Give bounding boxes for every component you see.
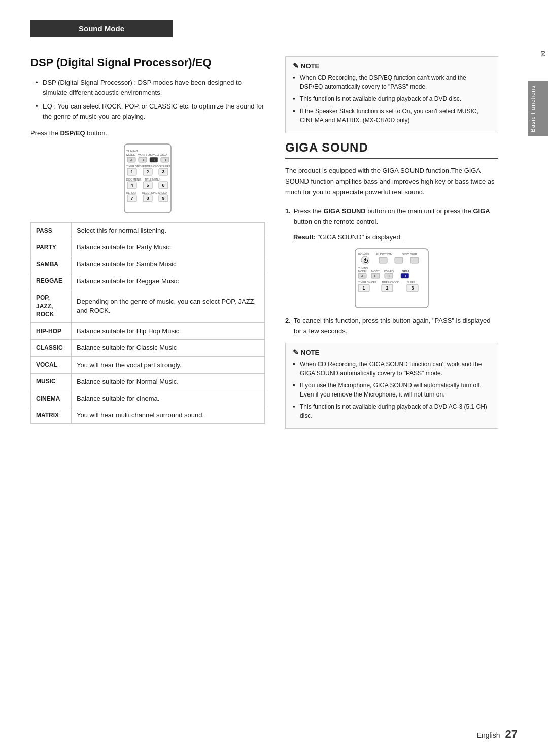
note-icon-left: ✎ [293, 62, 299, 70]
language-label: English [477, 731, 500, 739]
note-box-left: ✎ NOTE When CD Recording, the DSP/EQ fun… [285, 56, 498, 133]
svg-text:FUNCTION: FUNCTION [376, 253, 392, 256]
note-item: If the Speaker Stack function is set to … [293, 106, 491, 125]
remote-illustration: TUNING MODE MO/ST DSP/EQ GIGA A B C D [119, 143, 176, 214]
giga-title: GIGA SOUND [285, 140, 498, 159]
dsp-eq-button-label: DSP/EQ [60, 129, 85, 137]
svg-text:9: 9 [162, 196, 164, 201]
svg-text:SLEEP: SLEEP [407, 281, 416, 284]
svg-text:4: 4 [130, 183, 133, 188]
table-row: PARTYBalance suitable for Party Music [31, 239, 265, 256]
table-row: SAMBABalance suitable for Samba Music [31, 256, 265, 273]
mode-label: VOCAL [31, 356, 72, 373]
svg-text:TUNING: TUNING [126, 150, 138, 153]
press-suffix: button. [85, 129, 107, 137]
svg-text:D: D [403, 274, 406, 278]
right-column: ✎ NOTE When CD Recording, the DSP/EQ fun… [285, 56, 498, 436]
mode-table: PASSSelect this for normal listening.PAR… [30, 222, 265, 424]
mode-label: REGGAE [31, 273, 72, 290]
chapter-label: Basic Functions [528, 81, 548, 136]
note-item: This function is not available during pl… [293, 94, 491, 103]
side-tab: 04 Basic Functions [524, 0, 548, 756]
svg-text:3: 3 [162, 169, 164, 174]
result-text: "GIGA SOUND" is displayed. [318, 233, 402, 241]
note-title-right: ✎ NOTE [293, 348, 491, 356]
svg-text:POWER: POWER [358, 253, 370, 256]
svg-text:MO/ST: MO/ST [371, 270, 380, 273]
mode-description: Select this for normal listening. [72, 223, 265, 239]
svg-text:B: B [142, 158, 144, 162]
sound-mode-heading: Sound Mode [30, 20, 173, 37]
mode-label: HIP-HOP [31, 323, 72, 340]
mode-description: Balance suitable for cinema. [72, 390, 265, 407]
svg-text:6: 6 [162, 183, 164, 188]
dsp-title: DSP (Digital Signal Processor)/EQ [30, 56, 265, 69]
note-list-left: When CD Recording, the DSP/EQ function c… [293, 73, 491, 125]
note-item: When CD Recording, the GIGA SOUND functi… [293, 359, 491, 378]
svg-rect-47 [410, 257, 419, 263]
svg-text:A: A [130, 158, 133, 162]
giga-result: Result: "GIGA SOUND" is displayed. [293, 233, 498, 241]
table-row: VOCALYou will hear the vocal part strong… [31, 356, 265, 373]
svg-rect-46 [395, 257, 403, 263]
mode-label: POP, JAZZ, ROCK [31, 290, 72, 322]
mode-description: You will hear the vocal part strongly. [72, 356, 265, 373]
svg-text:SLEEP: SLEEP [162, 165, 171, 168]
table-row: CINEMABalance suitable for cinema. [31, 390, 265, 407]
svg-text:8: 8 [146, 196, 149, 201]
svg-text:B: B [374, 274, 377, 278]
result-label: Result: [293, 233, 316, 241]
svg-text:DISC SKIP: DISC SKIP [402, 253, 417, 256]
svg-text:DSP/EQ: DSP/EQ [384, 270, 394, 273]
bullet-1: DSP (Digital Signal Processor) : DSP mod… [36, 78, 265, 97]
svg-text:MO/ST: MO/ST [138, 153, 147, 156]
mode-description: Depending on the genre of music, you can… [72, 290, 265, 322]
page-number: 27 [505, 728, 518, 740]
mode-description: Balance suitable for Hip Hop Music [72, 323, 265, 340]
step-1-text: Press the GIGA SOUND button on the main … [294, 206, 498, 226]
mode-label: MUSIC [31, 373, 72, 390]
note-title-left: ✎ NOTE [293, 62, 491, 70]
mode-label: CLASSIC [31, 340, 72, 356]
note-item: When CD Recording, the DSP/EQ function c… [293, 73, 491, 91]
note-box-right: ✎ NOTE When CD Recording, the GIGA SOUND… [285, 343, 498, 429]
svg-text:TIMER/CLOCK: TIMER/CLOCK [382, 281, 399, 284]
mode-description: Balance suitable for Normal Music. [72, 373, 265, 390]
table-row: MATRIXYou will hear multi channel surrou… [31, 407, 265, 424]
svg-text:TIMER ON/OFF: TIMER ON/OFF [358, 281, 376, 284]
mode-label: PASS [31, 223, 72, 239]
giga-desc: The product is equipped with the GIGA SO… [285, 166, 498, 197]
svg-text:TIMER ON/OFF: TIMER ON/OFF [126, 165, 145, 168]
mode-description: Balance suitable for Samba Music [72, 256, 265, 273]
svg-text:TITLE MENU: TITLE MENU [145, 178, 160, 181]
note-list-right: When CD Recording, the GIGA SOUND functi… [293, 359, 491, 420]
svg-text:2: 2 [386, 285, 388, 291]
step-2-text: To cancel this function, press this butt… [294, 316, 498, 336]
giga-step-1: 1. Press the GIGA SOUND button on the ma… [285, 206, 498, 226]
left-column: DSP (Digital Signal Processor)/EQ DSP (D… [30, 56, 265, 436]
svg-rect-45 [379, 257, 387, 263]
giga-sound-section: GIGA SOUND The product is equipped with … [285, 140, 498, 429]
note-item: If you use the Microphone, GIGA SOUND wi… [293, 381, 491, 399]
svg-text:DISC MENU: DISC MENU [126, 178, 141, 181]
svg-text:⏻: ⏻ [363, 258, 368, 263]
giga-step-2: 2. To cancel this function, press this b… [285, 316, 498, 336]
svg-text:C: C [152, 158, 155, 162]
table-row: HIP-HOPBalance suitable for Hip Hop Musi… [31, 323, 265, 340]
remote-2-illustration: POWER FUNCTION DISC SKIP ⏻ TUNING [351, 248, 432, 309]
svg-text:5: 5 [146, 183, 149, 188]
mode-description: You will hear multi channel surround sou… [72, 407, 265, 424]
svg-text:7: 7 [130, 196, 133, 201]
table-row: PASSSelect this for normal listening. [31, 223, 265, 239]
note-icon-right: ✎ [293, 348, 299, 356]
svg-text:DSP/EQ: DSP/EQ [148, 153, 159, 156]
chapter-number: 04 [540, 51, 546, 57]
svg-text:D: D [163, 158, 166, 162]
svg-text:MODE: MODE [126, 153, 135, 156]
svg-text:TIMER/CLOCK: TIMER/CLOCK [145, 165, 162, 168]
svg-text:GIGA: GIGA [160, 153, 167, 156]
svg-text:REPEAT: REPEAT [126, 191, 136, 194]
mode-description: Balance suitable for Party Music [72, 239, 265, 256]
press-instruction: Press the DSP/EQ button. [30, 129, 265, 137]
bullet-2: EQ : You can select ROCK, POP, or CLASSI… [36, 101, 265, 121]
